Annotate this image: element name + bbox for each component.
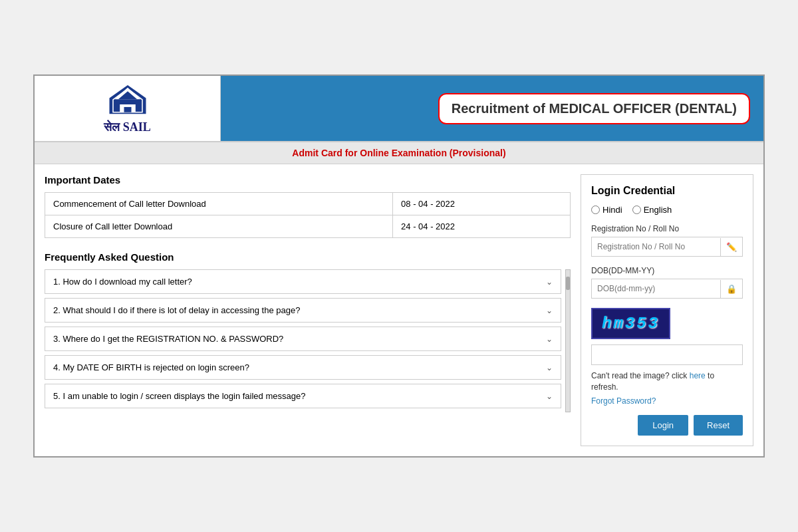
dob-input[interactable] [592, 279, 720, 298]
logo-section: सेल SAIL [35, 76, 221, 141]
chevron-down-icon: ⌄ [546, 277, 553, 287]
hindi-radio[interactable] [591, 205, 600, 214]
scrollbar[interactable] [565, 269, 571, 412]
faq-question: 3. Where do I get the REGISTRATION NO. &… [53, 334, 283, 344]
faq-item[interactable]: 1. How do I download my call letter?⌄ [45, 269, 561, 294]
english-radio-label[interactable]: English [632, 205, 672, 215]
faq-item[interactable]: 4. My DATE OF BIRTH is rejected on login… [45, 355, 561, 380]
sail-logo [101, 82, 154, 119]
faq-question: 1. How do I download my call letter? [53, 277, 192, 287]
reg-no-input[interactable] [592, 237, 720, 256]
login-title: Login Credential [591, 185, 743, 197]
captcha-hint: Can't read the image? click here to refr… [591, 370, 743, 393]
reset-button[interactable]: Reset [694, 415, 743, 436]
faq-question: 4. My DATE OF BIRTH is rejected on login… [53, 362, 249, 372]
login-buttons: Login Reset [591, 415, 743, 436]
faq-list-wrapper: 1. How do I download my call letter?⌄2. … [45, 269, 571, 412]
faq-item[interactable]: 5. I am unable to login / screen display… [45, 384, 561, 408]
dob-label: DOB(DD-MM-YY) [591, 266, 743, 275]
login-section: Login Credential Hindi English Registrat… [581, 174, 753, 446]
dates-label: Closure of Call letter Download [45, 215, 393, 238]
captcha-display: hm353 [591, 308, 743, 344]
sub-header-text: Admit Card for Online Examination (Provi… [292, 148, 505, 158]
english-radio[interactable] [632, 205, 641, 214]
hindi-label: Hindi [602, 205, 622, 215]
sail-text: सेल SAIL [104, 120, 151, 134]
recruitment-title: Recruitment of MEDICAL OFFICER (DENTAL) [438, 93, 750, 124]
english-label: English [644, 205, 672, 215]
captcha-image: hm353 [591, 308, 670, 339]
header-title-section: Recruitment of MEDICAL OFFICER (DENTAL) [221, 76, 763, 141]
forgot-password-link[interactable]: Forgot Password? [591, 396, 743, 406]
chevron-down-icon: ⌄ [546, 363, 553, 372]
header: सेल SAIL Recruitment of MEDICAL OFFICER … [35, 76, 763, 142]
captcha-hint-text: Can't read the image? click [591, 371, 687, 380]
important-dates-title: Important Dates [45, 174, 571, 186]
hindi-radio-label[interactable]: Hindi [591, 205, 622, 215]
chevron-down-icon: ⌄ [546, 306, 553, 315]
dates-row: Commencement of Call letter Download08 -… [45, 193, 571, 215]
faq-question: 2. What should I do if there is lot of d… [53, 305, 300, 315]
chevron-down-icon: ⌄ [546, 392, 553, 401]
dates-label: Commencement of Call letter Download [45, 193, 393, 215]
svg-rect-5 [124, 107, 131, 112]
chevron-down-icon: ⌄ [546, 334, 553, 344]
captcha-refresh-link[interactable]: here [690, 371, 706, 380]
reg-no-label: Registration No / Roll No [591, 224, 743, 233]
dob-input-row: 🔒 [591, 279, 743, 299]
faq-item[interactable]: 2. What should I do if there is lot of d… [45, 298, 561, 323]
faq-item[interactable]: 3. Where do I get the REGISTRATION NO. &… [45, 327, 561, 351]
scrollbar-thumb [566, 277, 570, 290]
edit-icon: ✏️ [720, 238, 742, 256]
login-button[interactable]: Login [638, 415, 688, 436]
faq-title: Frequently Asked Question [45, 251, 571, 263]
dates-table: Commencement of Call letter Download08 -… [45, 192, 571, 238]
faq-list: 1. How do I download my call letter?⌄2. … [45, 269, 561, 412]
language-row: Hindi English [591, 205, 743, 215]
left-section: Important Dates Commencement of Call let… [45, 174, 571, 446]
sub-header: Admit Card for Online Examination (Provi… [35, 142, 763, 164]
dates-row: Closure of Call letter Download24 - 04 -… [45, 215, 571, 238]
dates-value: 24 - 04 - 2022 [393, 215, 571, 238]
dates-value: 08 - 04 - 2022 [393, 193, 571, 215]
main-content: Important Dates Commencement of Call let… [35, 164, 763, 456]
faq-question: 5. I am unable to login / screen display… [53, 391, 305, 401]
captcha-input[interactable] [591, 344, 743, 365]
reg-no-input-row: ✏️ [591, 237, 743, 257]
lock-icon: 🔒 [720, 280, 742, 298]
